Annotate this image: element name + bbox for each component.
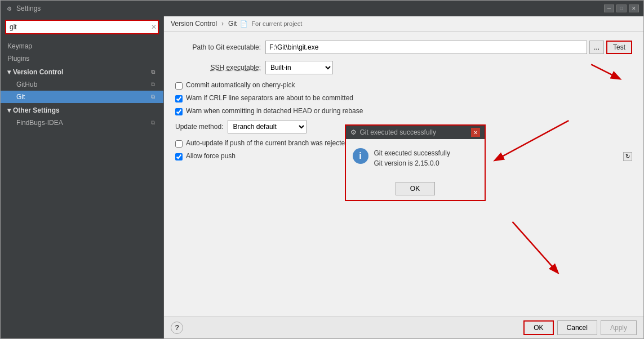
dialog-title-left: ⚙ Git executed successfully bbox=[350, 128, 436, 136]
checkbox-allow-force-push: Allow force push bbox=[175, 152, 236, 160]
cherry-pick-label: Commit automatically on cherry-pick bbox=[186, 81, 295, 89]
refresh-icon[interactable]: ↻ bbox=[623, 152, 632, 161]
cancel-button[interactable]: Cancel bbox=[557, 320, 597, 335]
settings-window: ⚙ Settings ─ □ ✕ ✕ Keymap Plugins ▾ bbox=[0, 0, 644, 339]
browse-button[interactable]: ... bbox=[589, 41, 604, 54]
ssh-label: SSH executable: bbox=[175, 64, 265, 72]
checkbox-cherry-pick: Commit automatically on cherry-pick bbox=[175, 81, 632, 90]
dialog-body: i Git executed successfully Git version … bbox=[346, 139, 485, 177]
help-button[interactable]: ? bbox=[171, 322, 183, 334]
svg-line-3 bbox=[513, 222, 558, 273]
search-input[interactable] bbox=[5, 20, 159, 34]
bottom-bar: ? OK Cancel Apply bbox=[164, 316, 643, 338]
test-button[interactable]: Test bbox=[606, 41, 632, 54]
github-copy-icon: ⧉ bbox=[149, 81, 157, 88]
sidebar-item-plugins[interactable]: Plugins bbox=[1, 52, 163, 65]
allow-force-push-label: Allow force push bbox=[186, 152, 236, 160]
breadcrumb-separator: › bbox=[221, 20, 224, 28]
auto-update-checkbox[interactable] bbox=[175, 140, 183, 148]
dialog-info-icon: i bbox=[353, 148, 368, 164]
sidebar-item-findbugs-label: FindBugs-IDEA bbox=[16, 119, 149, 127]
dialog-close-button[interactable]: ✕ bbox=[471, 128, 480, 137]
panel-header: Version Control › Git 📄 For current proj… bbox=[164, 16, 643, 32]
sidebar-group-version-control-label: Version Control bbox=[13, 68, 149, 76]
dialog-message-line1: Git executed successfully bbox=[374, 148, 450, 158]
checkbox-detached-head: Warn when committing in detached HEAD or… bbox=[175, 107, 632, 115]
path-row: Path to Git executable: ... Test bbox=[175, 41, 632, 54]
sidebar-item-keymap[interactable]: Keymap bbox=[1, 40, 163, 52]
sidebar-items: Keymap Plugins ▾ Version Control ⧉ GitHu… bbox=[1, 38, 163, 338]
sidebar-group-other-settings-label: Other Settings bbox=[13, 106, 157, 114]
crlf-label: Warn if CRLF line separators are about t… bbox=[186, 94, 353, 102]
sidebar-group-other-settings[interactable]: ▾ Other Settings bbox=[1, 103, 163, 117]
main-content: ✕ Keymap Plugins ▾ Version Control ⧉ Git… bbox=[1, 16, 643, 338]
sidebar-item-git[interactable]: Git ⧉ bbox=[1, 91, 163, 103]
chevron-other-settings-icon: ▾ bbox=[7, 106, 11, 114]
title-bar-controls: ─ □ ✕ bbox=[604, 5, 639, 12]
close-button[interactable]: ✕ bbox=[629, 5, 639, 12]
auto-update-label: Auto-update if push of the current branc… bbox=[186, 139, 349, 147]
success-dialog: ⚙ Git executed successfully ✕ i Git exec… bbox=[345, 124, 486, 201]
path-input[interactable] bbox=[265, 41, 587, 54]
dialog-title-bar: ⚙ Git executed successfully ✕ bbox=[346, 126, 485, 139]
maximize-button[interactable]: □ bbox=[616, 5, 627, 12]
title-bar: ⚙ Settings ─ □ ✕ bbox=[1, 1, 643, 16]
apply-button[interactable]: Apply bbox=[601, 320, 637, 335]
version-control-copy-icon: ⧉ bbox=[149, 68, 157, 76]
cherry-pick-checkbox[interactable] bbox=[175, 82, 183, 90]
checkbox-crlf: Warn if CRLF line separators are about t… bbox=[175, 94, 632, 102]
update-method-dropdown[interactable]: Branch default Merge Rebase bbox=[228, 120, 307, 133]
sidebar: ✕ Keymap Plugins ▾ Version Control ⧉ Git… bbox=[1, 16, 164, 338]
sidebar-item-github[interactable]: GitHub ⧉ bbox=[1, 78, 163, 91]
right-panel: Version Control › Git 📄 For current proj… bbox=[164, 16, 643, 338]
path-label: Path to Git executable: bbox=[175, 43, 265, 51]
title-bar-title: Settings bbox=[16, 5, 604, 12]
allow-force-push-checkbox[interactable] bbox=[175, 153, 183, 160]
sidebar-item-github-label: GitHub bbox=[16, 81, 149, 88]
dialog-footer: OK bbox=[346, 177, 485, 200]
sidebar-item-git-label: Git bbox=[16, 93, 149, 101]
breadcrumb-part1: Version Control bbox=[171, 20, 217, 28]
breadcrumb-icon: 📄 bbox=[240, 20, 248, 28]
crlf-checkbox[interactable] bbox=[175, 95, 183, 102]
breadcrumb-part2: Git bbox=[228, 20, 237, 28]
dialog-ok-button[interactable]: OK bbox=[396, 182, 435, 195]
path-input-row: ... Test bbox=[265, 41, 632, 54]
search-box: ✕ bbox=[5, 20, 159, 34]
chevron-version-control-icon: ▾ bbox=[7, 68, 11, 76]
update-method-label: Update method: bbox=[175, 123, 223, 131]
detached-head-checkbox[interactable] bbox=[175, 108, 183, 115]
ok-button[interactable]: OK bbox=[523, 320, 553, 335]
minimize-button[interactable]: ─ bbox=[604, 5, 614, 12]
sidebar-item-keymap-label: Keymap bbox=[7, 42, 32, 50]
sidebar-item-plugins-label: Plugins bbox=[7, 55, 29, 63]
dialog-message-line2: Git version is 2.15.0.0 bbox=[374, 158, 450, 168]
title-bar-icon: ⚙ bbox=[5, 5, 13, 12]
dialog-message: Git executed successfully Git version is… bbox=[374, 148, 450, 168]
detached-head-label: Warn when committing in detached HEAD or… bbox=[186, 107, 363, 115]
ssh-dropdown[interactable]: Built-in Native OpenSSH bbox=[265, 61, 333, 74]
ssh-row: SSH executable: Built-in Native OpenSSH bbox=[175, 61, 632, 74]
findbugs-copy-icon: ⧉ bbox=[149, 119, 157, 127]
dialog-title-text: Git executed successfully bbox=[360, 128, 436, 136]
sidebar-item-findbugs[interactable]: FindBugs-IDEA ⧉ bbox=[1, 117, 163, 129]
dialog-title-icon: ⚙ bbox=[350, 128, 357, 136]
search-clear-icon[interactable]: ✕ bbox=[151, 23, 157, 31]
git-copy-icon: ⧉ bbox=[149, 93, 157, 101]
panel-content: Path to Git executable: ... Test SSH exe… bbox=[164, 32, 643, 316]
sidebar-group-version-control[interactable]: ▾ Version Control ⧉ bbox=[1, 65, 163, 78]
breadcrumb-project-label: For current project bbox=[251, 20, 302, 27]
